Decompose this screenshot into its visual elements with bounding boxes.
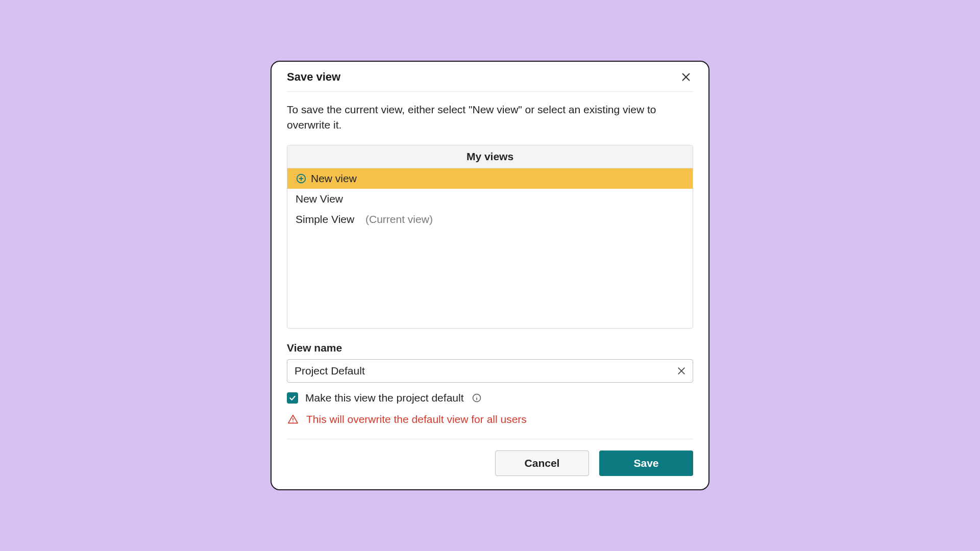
warning-text: This will overwrite the default view for… (306, 413, 527, 425)
svg-point-11 (292, 421, 293, 422)
view-name-label: View name (287, 342, 693, 354)
save-button[interactable]: Save (599, 450, 693, 476)
current-view-suffix: (Current view) (365, 213, 433, 226)
view-item[interactable]: Simple View (Current view) (287, 209, 693, 230)
default-checkbox-label: Make this view the project default (305, 392, 464, 404)
views-list: New view New View Simple View (Current v… (287, 168, 693, 328)
svg-point-9 (476, 396, 477, 396)
close-button[interactable] (679, 70, 693, 84)
warning-row: This will overwrite the default view for… (287, 413, 693, 435)
close-icon (680, 71, 692, 83)
default-checkbox-row: Make this view the project default (287, 392, 693, 404)
dialog-header: Save view (272, 62, 708, 91)
views-panel: My views New view New View Simple View (… (287, 145, 693, 329)
view-item[interactable]: New View (287, 189, 693, 209)
view-name-input-wrap (287, 359, 693, 383)
view-item-label: Simple View (296, 213, 354, 226)
view-name-input[interactable] (287, 359, 693, 383)
dialog-description: To save the current view, either select … (287, 92, 693, 145)
cancel-button[interactable]: Cancel (495, 450, 589, 476)
plus-circle-icon (296, 173, 307, 184)
warning-icon (287, 413, 299, 425)
dialog-footer: Cancel Save (272, 439, 708, 489)
info-button[interactable] (471, 392, 482, 404)
view-item-label: New view (311, 172, 357, 185)
view-item-label: New View (296, 193, 343, 205)
dialog-title: Save view (287, 70, 340, 84)
info-icon (472, 393, 482, 403)
dialog-body: To save the current view, either select … (272, 92, 708, 439)
save-view-dialog: Save view To save the current view, eith… (271, 61, 709, 491)
views-panel-header: My views (287, 145, 693, 168)
view-item-new[interactable]: New view (287, 168, 693, 189)
check-icon (288, 394, 297, 402)
clear-input-button[interactable] (675, 364, 688, 378)
close-icon (676, 366, 687, 376)
default-checkbox[interactable] (287, 392, 298, 404)
